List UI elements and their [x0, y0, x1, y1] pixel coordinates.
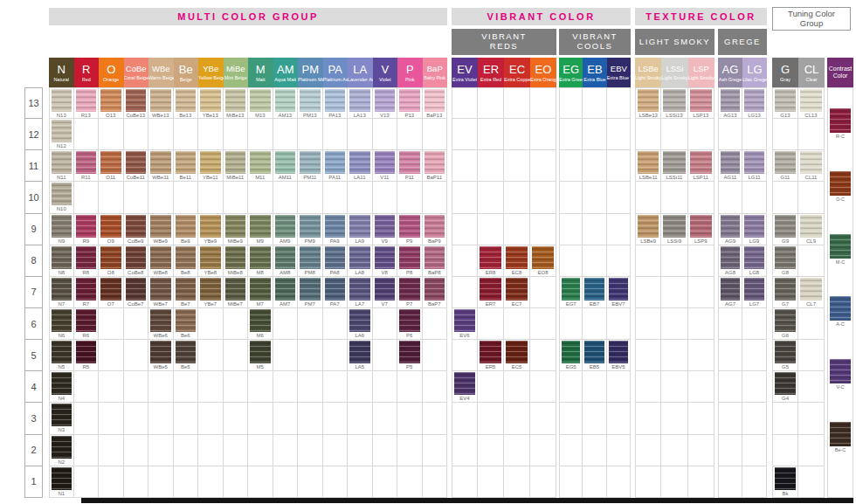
swatch-label-LG9: LG9: [742, 238, 766, 245]
cell-PM-7: PM7: [298, 277, 323, 308]
swatch-LSBe9: [638, 215, 659, 238]
cell-Be-6: Be6: [174, 308, 199, 340]
swatch-label-LA5: LA5: [348, 363, 372, 370]
cell-LSP-1: [688, 466, 714, 498]
swatch-label-O7: O7: [99, 300, 123, 307]
cell-BaP-4: [423, 371, 448, 403]
group-lsmoky: LSBeLight Smoky BeigeLSBe13LSBe11LSBe9LS…: [635, 58, 714, 498]
cell-EBV-7: EBV7: [607, 277, 631, 308]
column-code-R: R: [82, 64, 90, 75]
column-code-ER: ER: [483, 64, 499, 75]
swatch-label-LSP9: LSP9: [688, 238, 714, 245]
swatch-LA6: [349, 309, 370, 332]
cell-EG-7: EG7: [559, 277, 583, 308]
cell-BaP-11: BaP11: [423, 150, 448, 182]
column-name-CL: Clear: [805, 77, 817, 82]
cell-AG-13: AG13: [718, 87, 742, 119]
column-code-N: N: [58, 64, 66, 75]
cell-LSBe-10: [635, 182, 661, 213]
cell-EC-4: [504, 371, 530, 403]
swatch-label-WBe6: WBe6: [148, 332, 173, 339]
cell-PA-9: PA9: [323, 214, 349, 245]
cell-LA-4: [348, 371, 373, 403]
swatch-Be9: [176, 215, 197, 238]
multi-color-group-title: MULTI COLOR GROUP: [49, 8, 447, 25]
cell-EV-7: [452, 277, 478, 308]
swatch-label-V8: V8: [373, 269, 397, 276]
column-code-CoBe: CoBe: [126, 65, 147, 73]
cell-YBe-10: [198, 182, 224, 213]
cell-LA-6: LA6: [348, 308, 373, 340]
swatch-label-ER7: ER7: [478, 300, 503, 307]
cell-PM-1: [298, 466, 323, 498]
swatch-MiBe8: [225, 246, 246, 269]
column-name-ER: Extra Red: [480, 77, 501, 82]
column-V: VVioletV13V11V9V8V7: [373, 58, 398, 498]
cell-PM-2: [298, 435, 323, 466]
cell-YBe-4: [198, 371, 224, 403]
level-number-12: 12: [24, 119, 43, 150]
cell-P-7: P7: [397, 277, 423, 308]
swatch-label-O11: O11: [99, 174, 123, 181]
level-number-9: 9: [24, 214, 43, 245]
cell-R-10: [74, 182, 100, 213]
swatch-label-Be9: Be9: [174, 238, 198, 245]
cell-AM-7: AM7: [273, 277, 299, 308]
cell-LSP-6: [688, 308, 714, 340]
cell-PM-9: PM9: [298, 214, 323, 245]
cell-LA-9: LA9: [348, 214, 373, 245]
column-WBe: WBeWarm BeigeWBe13WBe11WBe9WBe8WBe7WBe6W…: [148, 58, 174, 498]
swatch-N5: [52, 341, 72, 363]
swatch-Bk: [775, 467, 796, 490]
cell-P-10: [397, 182, 423, 213]
cell-LA-12: [348, 119, 373, 150]
cell-PA-10: [323, 182, 349, 213]
column-PA: PAPlatinum AshPA13PA11PA9PA8PA7: [323, 58, 349, 498]
swatch-label-N6: N6: [50, 332, 73, 339]
cell-LSP-3: [688, 403, 714, 434]
cell-EG-2: [559, 435, 583, 466]
swatch-label-LA9: LA9: [348, 238, 372, 245]
cell-N-7: N7: [49, 277, 74, 308]
cell-WBe-13: WBe13: [148, 87, 174, 119]
vibrant-color-title: VIBRANT COLOR: [452, 8, 631, 25]
column-header-P: PPink: [397, 58, 423, 87]
column-header-EV: EVExtra Violet: [452, 58, 478, 87]
swatch-label-WBe13: WBe13: [148, 112, 173, 119]
swatch-label-G11: G11: [773, 174, 797, 181]
cell-R-3: [74, 403, 100, 434]
cell-EG-1: [559, 466, 583, 498]
swatch-label-MiBe9: MiBe9: [224, 238, 248, 245]
column-code-PM: PM: [302, 64, 320, 75]
group-grege: AGAsh GregeAG13AG11AG9AG8AG7LGLilac Greg…: [718, 58, 767, 498]
swatch-label-N10: N10: [50, 205, 73, 212]
cell-WBe-3: [148, 403, 174, 434]
column-name-PA: Platinum Ash: [323, 77, 349, 82]
swatch-label-EBV5: EBV5: [607, 363, 630, 370]
cell-BaP-2: [423, 435, 448, 466]
cell-CoBe-2: [124, 435, 149, 466]
column-AG: AGAsh GregeAG13AG11AG9AG8AG7: [718, 58, 742, 498]
cell-EV-10: [452, 182, 478, 213]
cell-PA-3: [323, 403, 349, 434]
swatch-label-P5: P5: [397, 363, 422, 370]
cell-EBV-1: [607, 466, 631, 498]
column-name-Be: Beige: [180, 77, 192, 82]
cell-EV-3: [452, 403, 478, 434]
cell-N-2: N2: [49, 435, 74, 466]
cell-LSSi-9: LSSi9: [661, 214, 687, 245]
cell-O-1: [99, 466, 124, 498]
swatch-AM8: [275, 246, 296, 269]
swatch-label-LSSi11: LSSi11: [661, 174, 687, 181]
cell-ER-6: [478, 308, 504, 340]
swatch-G5: [775, 341, 796, 363]
cell-WBe-8: WBe8: [148, 245, 174, 277]
cell-P-2: [397, 435, 423, 466]
swatch-N3: [52, 404, 72, 426]
tuning-color-group-box: Tuning Color Group: [772, 7, 851, 31]
swatch-N7: [52, 278, 72, 300]
cell-PM-4: [298, 371, 323, 403]
swatch-PM8: [300, 246, 321, 269]
column-name-EG: Extra Green: [559, 77, 583, 82]
cell-YBe-2: [198, 435, 224, 466]
